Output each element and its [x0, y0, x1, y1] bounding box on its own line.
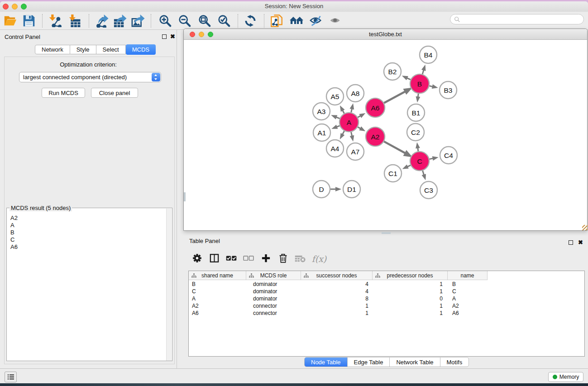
- zoom-out-button[interactable]: [175, 14, 195, 28]
- close-panel-button[interactable]: Close panel: [91, 88, 138, 98]
- window-resize-handle[interactable]: [582, 225, 588, 230]
- import-network-button[interactable]: [45, 14, 65, 28]
- cell-predecessor-nodes[interactable]: 1: [373, 302, 448, 310]
- float-panel-icon[interactable]: [162, 34, 167, 39]
- cell-predecessor-nodes[interactable]: 1: [373, 288, 448, 295]
- import-table-button[interactable]: [65, 14, 85, 28]
- column-header-successor-nodes[interactable]: successor nodes: [301, 271, 373, 280]
- new-network-from-selection-button[interactable]: [267, 14, 287, 28]
- table-row[interactable]: A6connector11A6: [189, 310, 488, 317]
- refresh-layout-button[interactable]: [241, 14, 260, 28]
- cell-shared-name[interactable]: C: [189, 288, 246, 295]
- cell-successor-nodes[interactable]: 4: [301, 288, 373, 295]
- export-table-button[interactable]: [111, 14, 129, 28]
- result-item[interactable]: C: [10, 236, 18, 243]
- cell-successor-nodes[interactable]: 1: [301, 310, 373, 317]
- graph-edge[interactable]: [418, 147, 418, 152]
- tab-motifs[interactable]: Motifs: [440, 357, 469, 367]
- result-item[interactable]: A: [10, 222, 18, 229]
- cell-name[interactable]: A2: [448, 302, 488, 310]
- tab-node-table[interactable]: Node Table: [305, 357, 348, 367]
- select-all-button[interactable]: [223, 253, 240, 265]
- table-row[interactable]: Adominator80A: [189, 295, 488, 302]
- graph-edge[interactable]: [406, 165, 411, 167]
- result-item[interactable]: A2: [10, 214, 18, 222]
- hide-selected-button[interactable]: [306, 14, 325, 28]
- cell-name[interactable]: C: [448, 288, 488, 295]
- cell-predecessor-nodes[interactable]: 1: [373, 281, 448, 288]
- cell-name[interactable]: A6: [448, 310, 488, 317]
- close-panel-icon[interactable]: ✖: [170, 33, 175, 40]
- column-header-name[interactable]: name: [448, 271, 488, 280]
- cell-name[interactable]: A: [448, 295, 488, 302]
- cell-MCDS-role[interactable]: dominator: [246, 281, 301, 288]
- show-all-button[interactable]: [325, 14, 345, 28]
- run-mcds-button[interactable]: Run MCDS: [42, 88, 85, 98]
- zoom-in-button[interactable]: [155, 14, 175, 28]
- graph-edge[interactable]: [358, 127, 361, 129]
- optimization-dropdown[interactable]: largest connected component (directed): [19, 72, 161, 82]
- cell-MCDS-role[interactable]: dominator: [246, 288, 301, 295]
- settings-button[interactable]: [188, 253, 206, 265]
- tab-select[interactable]: Select: [96, 45, 126, 54]
- horizontal-scroll-thumb[interactable]: [382, 232, 391, 234]
- column-header-MCDS-role[interactable]: MCDS role: [246, 271, 301, 280]
- zoom-fit-button[interactable]: [195, 14, 215, 28]
- cell-successor-nodes[interactable]: 4: [301, 281, 373, 288]
- graph-edge[interactable]: [384, 91, 406, 103]
- cell-shared-name[interactable]: B: [189, 281, 246, 288]
- graph-edge[interactable]: [406, 78, 411, 80]
- table-row[interactable]: Bdominator41B: [189, 281, 488, 288]
- cell-predecessor-nodes[interactable]: 1: [373, 310, 448, 317]
- cell-shared-name[interactable]: A2: [189, 302, 246, 310]
- graph-edge[interactable]: [342, 110, 344, 114]
- tab-network[interactable]: Network: [35, 45, 70, 54]
- graph-edge[interactable]: [384, 142, 406, 154]
- task-history-button[interactable]: [5, 372, 17, 382]
- deselect-all-button[interactable]: [240, 253, 257, 265]
- tab-edge-table[interactable]: Edge Table: [348, 357, 390, 367]
- open-session-button[interactable]: [0, 14, 19, 28]
- table-float-icon[interactable]: [569, 240, 573, 245]
- column-header-shared-name[interactable]: shared name: [189, 271, 246, 280]
- add-row-button[interactable]: [257, 253, 274, 265]
- network-canvas[interactable]: B4B2BB3A8A5A6A3B1AA1C2A2A4A7C4CC1C3DD1: [184, 40, 587, 230]
- graph-edge[interactable]: [336, 126, 340, 127]
- cell-MCDS-role[interactable]: connector: [246, 310, 301, 317]
- cell-MCDS-role[interactable]: connector: [246, 302, 301, 310]
- graph-edge[interactable]: [342, 131, 344, 135]
- vertical-scroll-thumb[interactable]: [184, 192, 186, 201]
- graph-edge[interactable]: [430, 158, 434, 159]
- result-item[interactable]: B: [10, 229, 18, 236]
- cell-shared-name[interactable]: A: [189, 295, 246, 302]
- cell-name[interactable]: B: [448, 281, 488, 288]
- graph-edge[interactable]: [351, 108, 352, 112]
- result-scrollbar[interactable]: [166, 209, 172, 361]
- tab-mcds[interactable]: MCDS: [126, 44, 156, 55]
- first-neighbors-button[interactable]: [287, 14, 306, 28]
- export-network-button[interactable]: [93, 14, 111, 28]
- cell-shared-name[interactable]: A6: [189, 310, 246, 317]
- memory-button[interactable]: Memory: [548, 372, 583, 382]
- column-header-predecessor-nodes[interactable]: predecessor nodes: [373, 271, 448, 280]
- table-row[interactable]: A2connector11A2: [189, 302, 488, 310]
- cell-predecessor-nodes[interactable]: 0: [373, 295, 448, 302]
- cell-MCDS-role[interactable]: dominator: [246, 295, 301, 302]
- graph-edge[interactable]: [351, 132, 352, 137]
- graph-edge[interactable]: [429, 86, 433, 87]
- result-item[interactable]: A6: [10, 243, 18, 251]
- graph-edge[interactable]: [358, 115, 361, 117]
- tab-style[interactable]: Style: [70, 45, 96, 54]
- table-close-icon[interactable]: ✖: [578, 239, 583, 246]
- search-input[interactable]: [450, 14, 584, 24]
- table-row[interactable]: Cdominator41C: [189, 288, 488, 295]
- split-columns-button[interactable]: [206, 253, 223, 265]
- graph-edge[interactable]: [335, 117, 340, 119]
- graph-edge[interactable]: [422, 69, 424, 74]
- cell-successor-nodes[interactable]: 1: [301, 302, 373, 310]
- graph-edge[interactable]: [418, 94, 418, 98]
- cell-successor-nodes[interactable]: 8: [301, 295, 373, 302]
- save-session-button[interactable]: [19, 14, 38, 28]
- tab-network-table[interactable]: Network Table: [390, 357, 440, 367]
- zoom-selected-button[interactable]: [215, 14, 234, 28]
